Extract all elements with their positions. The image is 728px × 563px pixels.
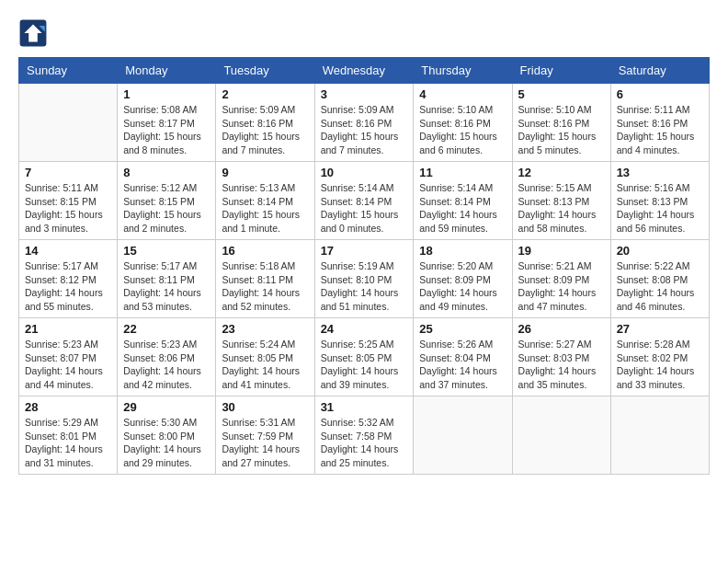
day-number: 25 [419, 322, 506, 336]
cell-info: Sunrise: 5:29 AM Sunset: 8:01 PM Dayligh… [25, 416, 111, 470]
calendar-cell: 17Sunrise: 5:19 AM Sunset: 8:10 PM Dayli… [314, 240, 414, 318]
calendar-cell: 28Sunrise: 5:29 AM Sunset: 8:01 PM Dayli… [19, 396, 118, 475]
calendar-cell: 1Sunrise: 5:08 AM Sunset: 8:17 PM Daylig… [118, 84, 216, 162]
calendar-cell: 7Sunrise: 5:11 AM Sunset: 8:15 PM Daylig… [19, 162, 118, 240]
weekday-header-friday: Friday [512, 58, 610, 84]
calendar-cell: 11Sunrise: 5:14 AM Sunset: 8:14 PM Dayli… [414, 162, 512, 240]
day-number: 14 [25, 244, 111, 258]
calendar-week-row: 28Sunrise: 5:29 AM Sunset: 8:01 PM Dayli… [19, 396, 710, 475]
calendar-cell: 14Sunrise: 5:17 AM Sunset: 8:12 PM Dayli… [19, 240, 118, 318]
day-number: 16 [222, 244, 308, 258]
calendar-cell: 3Sunrise: 5:09 AM Sunset: 8:16 PM Daylig… [314, 84, 414, 162]
calendar-cell: 19Sunrise: 5:21 AM Sunset: 8:09 PM Dayli… [512, 240, 610, 318]
cell-info: Sunrise: 5:17 AM Sunset: 8:12 PM Dayligh… [25, 259, 111, 314]
cell-info: Sunrise: 5:23 AM Sunset: 8:07 PM Dayligh… [25, 338, 111, 392]
calendar-cell: 29Sunrise: 5:30 AM Sunset: 8:00 PM Dayli… [118, 396, 216, 475]
day-number: 11 [419, 166, 506, 179]
cell-info: Sunrise: 5:20 AM Sunset: 8:09 PM Dayligh… [419, 259, 506, 314]
calendar-cell: 16Sunrise: 5:18 AM Sunset: 8:11 PM Dayli… [216, 240, 314, 318]
day-number: 7 [25, 166, 111, 179]
calendar-cell: 6Sunrise: 5:11 AM Sunset: 8:16 PM Daylig… [610, 84, 709, 162]
day-number: 5 [518, 87, 605, 101]
calendar-cell: 18Sunrise: 5:20 AM Sunset: 8:09 PM Dayli… [414, 240, 512, 318]
cell-info: Sunrise: 5:10 AM Sunset: 8:16 PM Dayligh… [518, 103, 605, 157]
calendar-week-row: 1Sunrise: 5:08 AM Sunset: 8:17 PM Daylig… [19, 84, 710, 162]
weekday-header-row: SundayMondayTuesdayWednesdayThursdayFrid… [19, 58, 710, 84]
cell-info: Sunrise: 5:14 AM Sunset: 8:14 PM Dayligh… [321, 181, 408, 236]
cell-info: Sunrise: 5:22 AM Sunset: 8:08 PM Dayligh… [617, 259, 703, 314]
calendar-week-row: 7Sunrise: 5:11 AM Sunset: 8:15 PM Daylig… [19, 162, 710, 240]
calendar-cell: 31Sunrise: 5:32 AM Sunset: 7:58 PM Dayli… [314, 396, 414, 475]
day-number: 13 [617, 166, 703, 179]
cell-info: Sunrise: 5:31 AM Sunset: 7:59 PM Dayligh… [222, 416, 308, 470]
weekday-header-sunday: Sunday [19, 58, 118, 84]
cell-info: Sunrise: 5:17 AM Sunset: 8:11 PM Dayligh… [123, 259, 210, 314]
cell-info: Sunrise: 5:15 AM Sunset: 8:13 PM Dayligh… [518, 181, 605, 236]
day-number: 27 [617, 322, 703, 336]
cell-info: Sunrise: 5:25 AM Sunset: 8:05 PM Dayligh… [321, 338, 408, 392]
day-number: 23 [222, 322, 308, 336]
calendar-cell: 13Sunrise: 5:16 AM Sunset: 8:13 PM Dayli… [610, 162, 709, 240]
cell-info: Sunrise: 5:14 AM Sunset: 8:14 PM Dayligh… [419, 181, 506, 236]
calendar-cell: 27Sunrise: 5:28 AM Sunset: 8:02 PM Dayli… [610, 318, 709, 396]
calendar-cell: 22Sunrise: 5:23 AM Sunset: 8:06 PM Dayli… [118, 318, 216, 396]
cell-info: Sunrise: 5:09 AM Sunset: 8:16 PM Dayligh… [321, 103, 408, 157]
calendar-cell: 2Sunrise: 5:09 AM Sunset: 8:16 PM Daylig… [216, 84, 314, 162]
cell-info: Sunrise: 5:30 AM Sunset: 8:00 PM Dayligh… [123, 416, 210, 470]
cell-info: Sunrise: 5:32 AM Sunset: 7:58 PM Dayligh… [321, 416, 408, 470]
weekday-header-wednesday: Wednesday [314, 58, 414, 84]
cell-info: Sunrise: 5:09 AM Sunset: 8:16 PM Dayligh… [222, 103, 308, 157]
cell-info: Sunrise: 5:11 AM Sunset: 8:15 PM Dayligh… [25, 181, 111, 236]
weekday-header-tuesday: Tuesday [216, 58, 314, 84]
cell-info: Sunrise: 5:10 AM Sunset: 8:16 PM Dayligh… [419, 103, 506, 157]
day-number: 30 [222, 400, 308, 414]
cell-info: Sunrise: 5:26 AM Sunset: 8:04 PM Dayligh… [419, 338, 506, 392]
cell-info: Sunrise: 5:23 AM Sunset: 8:06 PM Dayligh… [123, 338, 210, 392]
day-number: 3 [321, 87, 408, 101]
calendar-cell: 26Sunrise: 5:27 AM Sunset: 8:03 PM Dayli… [512, 318, 610, 396]
calendar-cell: 12Sunrise: 5:15 AM Sunset: 8:13 PM Dayli… [512, 162, 610, 240]
calendar-cell: 21Sunrise: 5:23 AM Sunset: 8:07 PM Dayli… [19, 318, 118, 396]
weekday-header-thursday: Thursday [414, 58, 512, 84]
logo [18, 18, 51, 48]
cell-info: Sunrise: 5:19 AM Sunset: 8:10 PM Dayligh… [321, 259, 408, 314]
calendar-cell: 9Sunrise: 5:13 AM Sunset: 8:14 PM Daylig… [216, 162, 314, 240]
cell-info: Sunrise: 5:12 AM Sunset: 8:15 PM Dayligh… [123, 181, 210, 236]
calendar-cell: 20Sunrise: 5:22 AM Sunset: 8:08 PM Dayli… [610, 240, 709, 318]
day-number: 24 [321, 322, 408, 336]
day-number: 28 [25, 400, 111, 414]
day-number: 22 [123, 322, 210, 336]
calendar-cell [19, 84, 118, 162]
cell-info: Sunrise: 5:27 AM Sunset: 8:03 PM Dayligh… [518, 338, 605, 392]
weekday-header-saturday: Saturday [610, 58, 709, 84]
cell-info: Sunrise: 5:24 AM Sunset: 8:05 PM Dayligh… [222, 338, 308, 392]
day-number: 2 [222, 87, 308, 101]
cell-info: Sunrise: 5:16 AM Sunset: 8:13 PM Dayligh… [617, 181, 703, 236]
calendar-cell: 30Sunrise: 5:31 AM Sunset: 7:59 PM Dayli… [216, 396, 314, 475]
day-number: 26 [518, 322, 605, 336]
cell-info: Sunrise: 5:08 AM Sunset: 8:17 PM Dayligh… [123, 103, 210, 157]
calendar-cell [512, 396, 610, 475]
calendar-cell: 23Sunrise: 5:24 AM Sunset: 8:05 PM Dayli… [216, 318, 314, 396]
day-number: 17 [321, 244, 408, 258]
day-number: 10 [321, 166, 408, 179]
calendar-week-row: 14Sunrise: 5:17 AM Sunset: 8:12 PM Dayli… [19, 240, 710, 318]
day-number: 9 [222, 166, 308, 179]
cell-info: Sunrise: 5:18 AM Sunset: 8:11 PM Dayligh… [222, 259, 308, 314]
day-number: 29 [123, 400, 210, 414]
calendar-cell [414, 396, 512, 475]
day-number: 12 [518, 166, 605, 179]
cell-info: Sunrise: 5:13 AM Sunset: 8:14 PM Dayligh… [222, 181, 308, 236]
logo-icon [18, 18, 48, 48]
day-number: 1 [123, 87, 210, 101]
day-number: 31 [321, 400, 408, 414]
header [18, 18, 710, 48]
cell-info: Sunrise: 5:21 AM Sunset: 8:09 PM Dayligh… [518, 259, 605, 314]
cell-info: Sunrise: 5:11 AM Sunset: 8:16 PM Dayligh… [617, 103, 703, 157]
weekday-header-monday: Monday [118, 58, 216, 84]
calendar-cell: 10Sunrise: 5:14 AM Sunset: 8:14 PM Dayli… [314, 162, 414, 240]
day-number: 4 [419, 87, 506, 101]
day-number: 15 [123, 244, 210, 258]
day-number: 6 [617, 87, 703, 101]
calendar-cell: 4Sunrise: 5:10 AM Sunset: 8:16 PM Daylig… [414, 84, 512, 162]
